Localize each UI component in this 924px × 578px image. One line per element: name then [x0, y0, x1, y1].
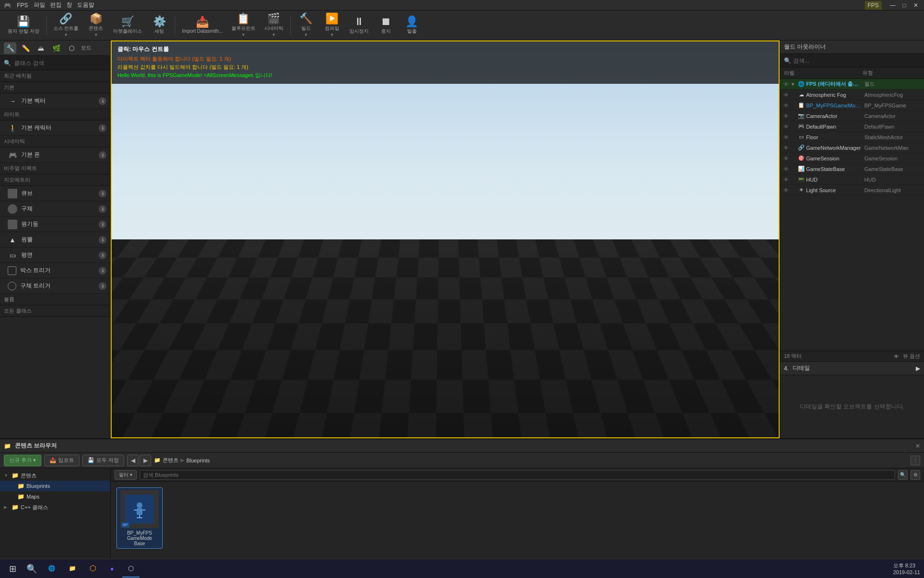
- breadcrumb-item-2[interactable]: Blueprints: [186, 458, 210, 463]
- tree-item-blueprints[interactable]: 📁 Blueprints: [0, 481, 110, 491]
- close-button[interactable]: ✕: [911, 1, 920, 9]
- toolbar-btn-9[interactable]: ▶️ 컴파일 ▼: [320, 13, 345, 39]
- eye-icon-session[interactable]: 👁: [782, 155, 790, 162]
- character-info[interactable]: ℹ: [99, 124, 106, 132]
- toolbar-btn-3[interactable]: 🛒 마켓플레이스: [109, 13, 146, 39]
- placement-item-vector[interactable]: → 기본 벡터 ℹ: [0, 93, 110, 109]
- placement-item-pawn[interactable]: 🎮 기본 폰 ℹ: [0, 147, 110, 163]
- save-all-button[interactable]: 💾 모두 저장: [82, 455, 124, 466]
- outliner-item-gamemode[interactable]: 👁 📋 BP_MyFPSGameModeBase BP_MyFPSGame: [780, 100, 924, 111]
- eye-icon-state[interactable]: 👁: [782, 165, 790, 173]
- taskbar-edge[interactable]: 🌐: [42, 560, 61, 578]
- tree-item-content[interactable]: ▼ 📁 콘텐츠: [0, 470, 110, 481]
- taskbar-epic[interactable]: ⬡: [84, 560, 102, 578]
- box-trigger-info[interactable]: ℹ: [99, 267, 106, 275]
- filter-options-button[interactable]: 🔍: [898, 470, 908, 480]
- cylinder-info[interactable]: ℹ: [99, 221, 106, 228]
- eye-icon-cam[interactable]: 👁: [782, 112, 790, 120]
- placement-item-cylinder[interactable]: 원기둥 ℹ: [0, 217, 110, 232]
- tree-item-cpp[interactable]: ▶ 📁 C++ 클래스: [0, 502, 110, 512]
- taskbar-files[interactable]: 📁: [63, 560, 82, 578]
- pawn-info[interactable]: ℹ: [99, 151, 106, 159]
- tree-expand-content[interactable]: ▼: [4, 473, 10, 478]
- toolbar-btn-11[interactable]: ⏹ 중지: [373, 13, 398, 39]
- filter-button[interactable]: 필터 ▾: [115, 470, 137, 480]
- toolbar-btn-7[interactable]: 🎬 시네마틱 ▼: [260, 13, 287, 39]
- toolbar-btn-0[interactable]: 💾 원자 란탈 저장: [4, 13, 43, 39]
- taskbar-ue4[interactable]: ⬡: [122, 560, 140, 578]
- toolbar-btn-4[interactable]: ⚙️ 세팅: [147, 13, 172, 39]
- search-button[interactable]: 🔍: [23, 560, 40, 578]
- toolbar-btn-12[interactable]: 👤 탈출: [399, 13, 424, 39]
- filter-search-input[interactable]: [143, 472, 892, 478]
- eye-icon-gm[interactable]: 👁: [782, 102, 790, 109]
- toolbar-btn-8[interactable]: 🔨 빌드 ▼: [294, 13, 319, 39]
- outliner-item-netman[interactable]: 👁 🔗 GameNetworkManager GameNetworkMan: [780, 143, 924, 153]
- outliner-item-camera[interactable]: 👁 📷 CameraActor CameraActor: [780, 111, 924, 121]
- start-button[interactable]: ⊞: [4, 560, 21, 578]
- toolbar-btn-5[interactable]: 📥 Import Datasmith...: [178, 13, 226, 39]
- tree-expand-cpp[interactable]: ▶: [4, 505, 10, 510]
- mode-btn-place[interactable]: 🔧: [4, 42, 16, 54]
- placement-item-cone[interactable]: ▲ 원뿔 ℹ: [0, 232, 110, 248]
- new-add-button[interactable]: 신규 추가 ▾: [4, 455, 41, 466]
- menu-item-3[interactable]: 도움말: [77, 1, 94, 9]
- placement-item-sphere[interactable]: 구체 ℹ: [0, 201, 110, 217]
- breadcrumb-item-1[interactable]: 콘텐츠: [163, 457, 179, 464]
- mode-btn-landscape[interactable]: ⛰: [35, 42, 47, 54]
- sphere-info[interactable]: ℹ: [99, 205, 106, 213]
- toolbar-btn-1[interactable]: 🔗 소스 컨트롤 ▼: [50, 13, 83, 39]
- outliner-fps-root[interactable]: 👁 ▼ 🌐 FPS (에디터에서 출레이) 월드: [780, 79, 924, 90]
- details-arrow[interactable]: ▶: [916, 365, 920, 372]
- outliner-item-light[interactable]: 👁 ☀ Light Source DirectionalLight: [780, 185, 924, 196]
- vector-info[interactable]: ℹ: [99, 97, 106, 105]
- maximize-button[interactable]: □: [900, 1, 909, 9]
- toolbar-btn-6[interactable]: 📋 블루프린트 ▼: [228, 13, 259, 39]
- placement-item-sphere-trigger[interactable]: 구체 트리거 ℹ: [0, 278, 110, 294]
- cone-info[interactable]: ℹ: [99, 236, 106, 244]
- view-options-label[interactable]: 뷰 옵션: [903, 353, 920, 360]
- outliner-item-state[interactable]: 👁 📊 GameStateBase GameStateBase: [780, 164, 924, 174]
- outliner-search-input[interactable]: [793, 57, 920, 64]
- outliner-item-pawn[interactable]: 👁 🎮 DefaultPawn DefaultPawn: [780, 121, 924, 132]
- class-search-input[interactable]: [14, 60, 106, 66]
- outliner-item-hud[interactable]: 👁 📟 HUD HUD: [780, 174, 924, 185]
- nav-forward-button[interactable]: ▶: [140, 455, 151, 466]
- import-button[interactable]: 📥 임포트: [44, 455, 79, 466]
- eye-icon-root[interactable]: 👁: [782, 80, 790, 88]
- eye-icon-floor[interactable]: 👁: [782, 133, 790, 141]
- outliner-item-session[interactable]: 👁 🎯 GameSession GameSession: [780, 153, 924, 164]
- cb-options-button[interactable]: ⋮: [911, 456, 920, 465]
- placement-item-character[interactable]: 🚶 기본 캐릭터 ℹ: [0, 120, 110, 136]
- minimize-button[interactable]: —: [888, 1, 897, 9]
- eye-icon-pawn[interactable]: 👁: [782, 123, 790, 131]
- menu-item-1[interactable]: 편집: [50, 1, 62, 9]
- mode-btn-geometry[interactable]: ⬡: [65, 42, 78, 54]
- sphere-trigger-info[interactable]: ℹ: [99, 282, 106, 290]
- eye-icon-fog[interactable]: 👁: [782, 91, 790, 99]
- tree-item-maps[interactable]: 📁 Maps: [0, 491, 110, 502]
- mode-btn-paint[interactable]: ✏️: [19, 42, 32, 54]
- eye-icon-netman[interactable]: 👁: [782, 144, 790, 152]
- taskbar-vs[interactable]: ⬥: [104, 560, 120, 578]
- placement-item-box-trigger[interactable]: 박스 트리거 ℹ: [0, 263, 110, 278]
- cb-close-icon[interactable]: ✕: [915, 443, 920, 449]
- menu-item-0[interactable]: 파일: [34, 1, 45, 9]
- placement-item-plane[interactable]: ▭ 평면 ℹ: [0, 248, 110, 263]
- expand-root[interactable]: ▼: [791, 82, 796, 87]
- nav-back-button[interactable]: ◀: [127, 455, 139, 466]
- asset-item-gamemode[interactable]: BP BP_MyFPSGameModeBase: [116, 487, 163, 549]
- eye-icon-light[interactable]: 👁: [782, 186, 790, 194]
- toolbar-btn-10[interactable]: ⏸ 임시정지: [346, 13, 372, 39]
- viewport[interactable]: 클릭: 마우스 컨트롤 다이렉트 렉터 활동해야 합니다 (빌드 필요: 1 개…: [111, 40, 780, 438]
- filter-settings-button[interactable]: ⚙: [911, 470, 920, 480]
- cube-info[interactable]: ℹ: [99, 190, 106, 197]
- outliner-item-fog[interactable]: 👁 ☁ Atmospheric Fog AtmosphericFog: [780, 90, 924, 100]
- eye-icon-hud[interactable]: 👁: [782, 176, 790, 184]
- outliner-item-floor[interactable]: 👁 ▭ Floor StaticMeshActor: [780, 132, 924, 143]
- menu-item-2[interactable]: 창: [66, 1, 72, 9]
- toolbar-btn-2[interactable]: 📦 콘텐츠 ▼: [83, 13, 108, 39]
- placement-item-cube[interactable]: 큐브 ℹ: [0, 186, 110, 201]
- plane-info[interactable]: ℹ: [99, 251, 106, 259]
- mode-btn-foliage[interactable]: 🌿: [50, 42, 63, 54]
